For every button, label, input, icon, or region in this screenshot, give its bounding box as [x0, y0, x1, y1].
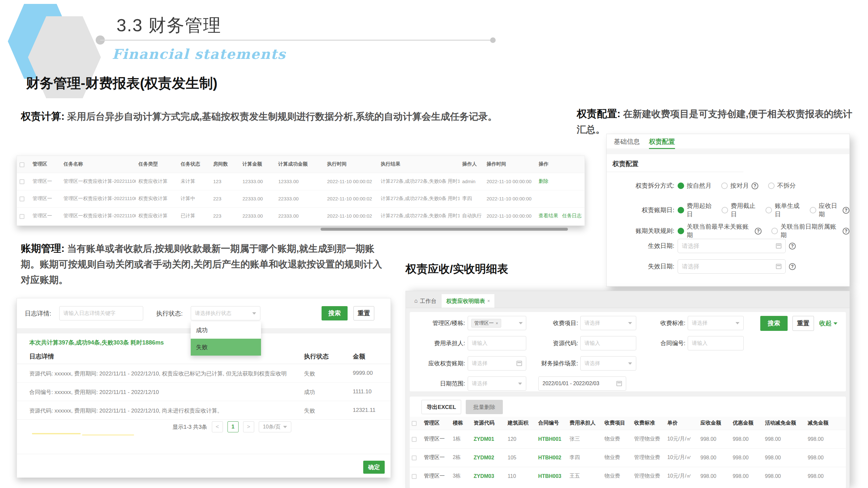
- finance-scene-select[interactable]: 请选择: [580, 356, 636, 370]
- log-cell-detail: 资源代码: xxxxxx, 费用期间: 2022/11/11 - 2022/12…: [29, 370, 286, 378]
- row-checkbox[interactable]: [20, 214, 24, 219]
- log-detail-input[interactable]: [59, 306, 143, 321]
- exec-status-dropdown: 成功 失败: [191, 322, 261, 356]
- radio-label: 账单生成日: [775, 202, 802, 219]
- effective-date-picker[interactable]: [678, 239, 786, 253]
- export-excel-button[interactable]: 导出EXCEL: [422, 400, 461, 414]
- chevron-down-icon: [736, 322, 739, 324]
- next-page-button[interactable]: >: [243, 421, 254, 432]
- horizontal-scrollbar[interactable]: [320, 228, 568, 231]
- radio-receivable-date[interactable]: 应收日期 ?: [810, 202, 849, 219]
- task-log-link[interactable]: 任务日志: [562, 213, 582, 218]
- period-day-row: 权责账期日: 费用起始日 费用截止日 账单生成日 应收日期 ?: [607, 202, 849, 219]
- log-search-button[interactable]: 搜索: [321, 306, 348, 321]
- radio-earliest-open-period[interactable]: 关联当前最早未关账账期 ?: [678, 223, 762, 239]
- calc-summary-text: 本次共计算397条,成功94条,失败303条 耗时1886ms: [29, 339, 164, 347]
- row-checkbox[interactable]: [412, 474, 416, 479]
- tab-duty-config[interactable]: 权责配置: [649, 134, 675, 149]
- contract-no-link[interactable]: HTBH001: [536, 430, 567, 448]
- help-icon[interactable]: ?: [789, 263, 796, 270]
- charge-item-select[interactable]: 请选择: [580, 316, 636, 330]
- radio-opposite-month[interactable]: 按对月 ?: [721, 182, 758, 190]
- help-icon[interactable]: ?: [843, 228, 849, 234]
- help-icon[interactable]: ?: [751, 183, 758, 189]
- tab-receivable-detail[interactable]: 权责应收明细表 ×: [442, 294, 494, 308]
- effective-date-input[interactable]: [682, 243, 763, 250]
- col-region: 管理区: [422, 417, 451, 430]
- payer-input[interactable]: [468, 336, 526, 350]
- radio-natural-month[interactable]: 按自然月: [678, 182, 711, 190]
- date-range-picker[interactable]: 2022/01/01 - 2022/02/03: [538, 377, 626, 391]
- batch-delete-button[interactable]: 批量删除: [466, 400, 503, 414]
- region-building-select[interactable]: 管理区一 ×: [468, 316, 526, 330]
- cell-success-amount: 22333.00: [276, 207, 324, 225]
- resource-code-link[interactable]: ZYDM03: [472, 467, 506, 485]
- radio-no-split[interactable]: 不拆分: [768, 182, 796, 190]
- resource-code-link[interactable]: ZYDM01: [472, 430, 506, 448]
- log-row: 资源代码: xxxxxx, 费用期间: 2022/11/11 - 2022/12…: [17, 401, 391, 420]
- help-icon[interactable]: ?: [789, 243, 796, 250]
- cell-activity-discount: 998.00: [763, 448, 806, 467]
- select-all-checkbox[interactable]: [412, 421, 416, 426]
- view-result-link[interactable]: 查看结果: [539, 213, 558, 218]
- tab-basic-info[interactable]: 基础信息: [614, 134, 640, 149]
- dropdown-option-success[interactable]: 成功: [191, 322, 261, 339]
- prev-page-button[interactable]: <: [212, 421, 223, 432]
- exec-status-select[interactable]: 请选择执行状态: [191, 306, 260, 321]
- cell-task-name: 管理区一权责应收计算-20221110001: [61, 173, 136, 190]
- contract-no-input[interactable]: [688, 336, 744, 350]
- col-reduction: 减免金额: [806, 417, 846, 430]
- cell-rooms: 223: [211, 190, 240, 207]
- resource-code-input[interactable]: [580, 336, 636, 350]
- radio-bill-date[interactable]: 账单生成日: [766, 202, 802, 219]
- expire-date-picker[interactable]: [678, 259, 786, 273]
- col-area: 建筑面积: [506, 417, 536, 430]
- page-size-select[interactable]: 10条/页: [259, 421, 291, 432]
- contract-no-link[interactable]: HTBH002: [536, 448, 567, 467]
- calendar-icon: [776, 243, 781, 249]
- resource-code-link[interactable]: ZYDM02: [472, 448, 506, 467]
- contract-no-link[interactable]: HTBH003: [536, 467, 567, 485]
- header-rule: [100, 40, 492, 41]
- table-row: 管理区一 2栋 ZYDM02 105 HTBH002 李四 物业费 管理物业费 …: [410, 448, 846, 467]
- calendar-icon: [776, 264, 781, 269]
- cell-receivable: 998.00: [699, 430, 731, 448]
- date-range-type-select[interactable]: 请选择: [468, 377, 526, 391]
- chevron-down-icon: [518, 383, 522, 385]
- cell-reduction: 998.00: [806, 430, 846, 448]
- row-checkbox[interactable]: [20, 179, 24, 184]
- charge-std-select[interactable]: 请选择: [688, 316, 744, 330]
- tab-workbench[interactable]: ⌂ 工作台: [409, 294, 442, 308]
- detail-search-button[interactable]: 搜索: [760, 316, 787, 331]
- collapse-toggle[interactable]: 收起: [819, 319, 837, 328]
- current-page-button[interactable]: 1: [227, 421, 239, 432]
- radio-current-date-period[interactable]: 关联当前日期所属账期 ?: [771, 223, 849, 239]
- expire-date-input[interactable]: [682, 263, 763, 270]
- log-reset-button[interactable]: 重置: [353, 306, 374, 321]
- receivable-period-picker[interactable]: 请选择: [468, 356, 526, 370]
- charge-std-label: 收费标准:: [647, 319, 685, 327]
- cell-task-type: 权责应收计算: [136, 173, 178, 190]
- delete-link[interactable]: 删除: [539, 178, 549, 184]
- detail-reset-button[interactable]: 重置: [793, 316, 814, 331]
- table-row: 管理区一 1栋 ZYDM01 120 HTBH001 张三 物业费 管理物业费 …: [410, 430, 846, 448]
- select-all-checkbox[interactable]: [20, 162, 24, 167]
- dropdown-option-fail[interactable]: 失败: [191, 339, 261, 356]
- log-cell-status: 失败: [304, 407, 315, 415]
- radio-icon: [766, 207, 772, 214]
- help-icon[interactable]: ?: [755, 228, 762, 234]
- row-checkbox[interactable]: [412, 455, 416, 460]
- row-checkbox[interactable]: [20, 196, 24, 201]
- confirm-button[interactable]: 确定: [363, 461, 385, 474]
- log-cell-detail: 合同编号: xxxxxx, 费用期间: 2022/11/11 - 2022/12…: [29, 388, 286, 396]
- chip-remove-icon[interactable]: ×: [496, 321, 498, 326]
- table-row: 管理区一 管理区一权责应收计算-20221110002 权责实收计算 计算中 2…: [17, 190, 585, 207]
- split-mode-row: 权责拆分方式: 按自然月 按对月 ? 不拆分: [607, 182, 802, 190]
- radio-fee-start[interactable]: 费用起始日: [678, 202, 714, 219]
- close-icon[interactable]: ×: [487, 298, 490, 303]
- help-icon[interactable]: ?: [843, 207, 849, 214]
- row-checkbox[interactable]: [412, 437, 416, 442]
- cell-payer: 李四: [567, 448, 602, 467]
- cell-amount: 22333.00: [240, 207, 276, 225]
- radio-fee-end[interactable]: 费用截止日: [721, 202, 758, 219]
